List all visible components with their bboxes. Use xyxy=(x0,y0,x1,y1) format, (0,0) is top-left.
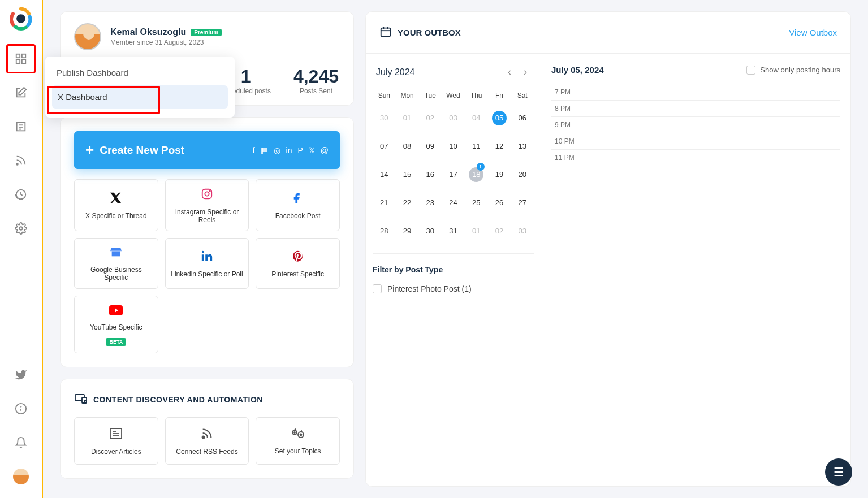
nav-rss-icon[interactable] xyxy=(6,146,36,175)
rss-icon xyxy=(201,427,213,443)
next-month-button[interactable]: › xyxy=(520,65,530,79)
cal-day[interactable]: 24 xyxy=(442,189,465,217)
filter-item-pinterest[interactable]: Pinterest Photo Post (1) xyxy=(373,284,534,293)
cal-day[interactable]: 10 xyxy=(442,132,465,161)
svg-point-16 xyxy=(205,192,209,196)
cal-day[interactable]: 12 xyxy=(488,132,511,161)
show-only-toggle[interactable]: Show only posting hours xyxy=(746,66,840,75)
premium-badge: Premium xyxy=(191,29,222,36)
cal-day[interactable]: 20 xyxy=(511,161,534,189)
cal-day[interactable]: 23 xyxy=(418,189,442,217)
svg-point-34 xyxy=(300,434,301,436)
cal-day[interactable]: 21 xyxy=(373,189,396,217)
time-row: 9 PM xyxy=(551,116,840,133)
cal-day[interactable]: 16 xyxy=(418,161,442,189)
cal-day[interactable]: 30 xyxy=(418,217,442,245)
nav-info-icon[interactable] xyxy=(6,394,36,423)
cal-day[interactable]: 06 xyxy=(511,104,534,132)
nav-dashboard-icon[interactable] xyxy=(6,44,36,73)
cal-day[interactable]: 25 xyxy=(465,189,488,217)
post-type-tile-instagram[interactable]: Instagram Specific or Reels xyxy=(165,179,249,231)
cal-day[interactable]: 30 xyxy=(373,104,396,132)
profile-card: Kemal Oksuzoglu Premium Member since 31 … xyxy=(61,12,353,62)
cal-day[interactable]: 11 xyxy=(465,132,488,161)
cal-day[interactable]: 03 xyxy=(511,217,534,245)
post-type-tile-x[interactable]: X Specific or Thread xyxy=(74,179,158,231)
nav-compose-icon[interactable] xyxy=(6,78,36,107)
time-row: 10 PM xyxy=(551,133,840,149)
cal-dow: Sat xyxy=(511,87,534,104)
stat-sent: 4,245 Posts Sent xyxy=(293,66,339,95)
cal-day[interactable]: 08 xyxy=(396,132,419,161)
cal-day[interactable]: 09 xyxy=(418,132,442,161)
day-badge: 1 xyxy=(477,163,485,171)
cal-day[interactable]: 02 xyxy=(488,217,511,245)
fab-menu-button[interactable]: ☰ xyxy=(825,458,852,486)
outbox-panel: YOUR OUTBOX View Outbox July 2024 ‹ › Su… xyxy=(365,11,851,487)
nav-avatar[interactable] xyxy=(6,462,36,491)
cal-day[interactable]: 13 xyxy=(511,132,534,161)
x-icon xyxy=(110,192,122,207)
time-slot[interactable] xyxy=(585,101,840,116)
cal-day[interactable]: 05 xyxy=(488,104,511,132)
cal-day[interactable]: 02 xyxy=(418,104,442,132)
content-tile-rss[interactable]: Connect RSS Feeds xyxy=(165,417,249,465)
cal-day[interactable]: 07 xyxy=(373,132,396,161)
cal-day[interactable]: 01 xyxy=(396,104,419,132)
cal-day[interactable]: 01 xyxy=(465,217,488,245)
time-label: 9 PM xyxy=(551,117,585,133)
pinterest-icon xyxy=(292,250,304,266)
filter-title: Filter by Post Type xyxy=(373,265,534,274)
cal-day[interactable]: 03 xyxy=(442,104,465,132)
nav-bell-icon[interactable] xyxy=(6,428,36,457)
nav-articles-icon[interactable] xyxy=(6,112,36,141)
cal-day[interactable]: 14 xyxy=(373,161,396,189)
cal-day[interactable]: 15 xyxy=(396,161,419,189)
popup-item-x-dashboard[interactable]: X Dashboard xyxy=(52,85,228,109)
cal-day[interactable]: 04 xyxy=(465,104,488,132)
post-type-tile-linkedin[interactable]: Linkedin Specific or Poll xyxy=(165,238,249,289)
cal-day[interactable]: 181 xyxy=(465,161,488,189)
time-slot[interactable] xyxy=(585,117,840,133)
nav-recycle-icon[interactable] xyxy=(6,180,36,209)
post-type-tile-facebook[interactable]: Facebook Post xyxy=(256,179,340,231)
content-tile-articles[interactable]: Discover Articles xyxy=(74,417,158,465)
time-label: 11 PM xyxy=(551,150,585,166)
post-type-tile-youtube[interactable]: YouTube SpecificBETA xyxy=(74,296,158,353)
cal-day[interactable]: 31 xyxy=(442,217,465,245)
cal-day[interactable]: 17 xyxy=(442,161,465,189)
prev-month-button[interactable]: ‹ xyxy=(504,65,515,79)
cal-dow: Sun xyxy=(373,87,396,104)
cal-day[interactable]: 29 xyxy=(396,217,419,245)
checkbox-icon[interactable] xyxy=(373,284,382,293)
create-new-post-button[interactable]: + Create New Post f ▦ ◎ in P 𝕏 @ xyxy=(74,131,340,169)
cal-dow: Mon xyxy=(396,87,419,104)
cal-dow: Fri xyxy=(488,87,511,104)
devices-icon xyxy=(74,393,88,406)
plus-icon: + xyxy=(85,141,94,159)
time-slot[interactable] xyxy=(585,133,840,149)
nav-settings-icon[interactable] xyxy=(6,214,36,243)
hamburger-icon: ☰ xyxy=(834,465,844,479)
svg-point-21 xyxy=(202,251,204,253)
app-logo xyxy=(9,7,33,31)
popup-title: Publish Dashboard xyxy=(52,68,228,77)
cal-day[interactable]: 19 xyxy=(488,161,511,189)
cal-day[interactable]: 27 xyxy=(511,189,534,217)
nav-twitter-icon[interactable] xyxy=(6,360,36,389)
time-slot[interactable] xyxy=(585,84,840,100)
content-tile-topics[interactable]: Set your Topics xyxy=(256,417,340,465)
cal-day[interactable]: 28 xyxy=(373,217,396,245)
post-type-tile-gmb[interactable]: Google Business Specific xyxy=(74,238,158,289)
checkbox-icon[interactable] xyxy=(746,66,755,75)
cal-day[interactable]: 22 xyxy=(396,189,419,217)
svg-point-17 xyxy=(209,190,210,192)
sidebar xyxy=(0,0,43,498)
svg-point-11 xyxy=(19,227,23,230)
time-slot[interactable] xyxy=(585,150,840,166)
threads-icon: @ xyxy=(321,146,329,155)
view-outbox-link[interactable]: View Outbox xyxy=(789,28,837,37)
post-type-tile-pinterest[interactable]: Pinterest Specific xyxy=(256,238,340,289)
cal-day[interactable]: 26 xyxy=(488,189,511,217)
svg-point-30 xyxy=(202,436,205,439)
